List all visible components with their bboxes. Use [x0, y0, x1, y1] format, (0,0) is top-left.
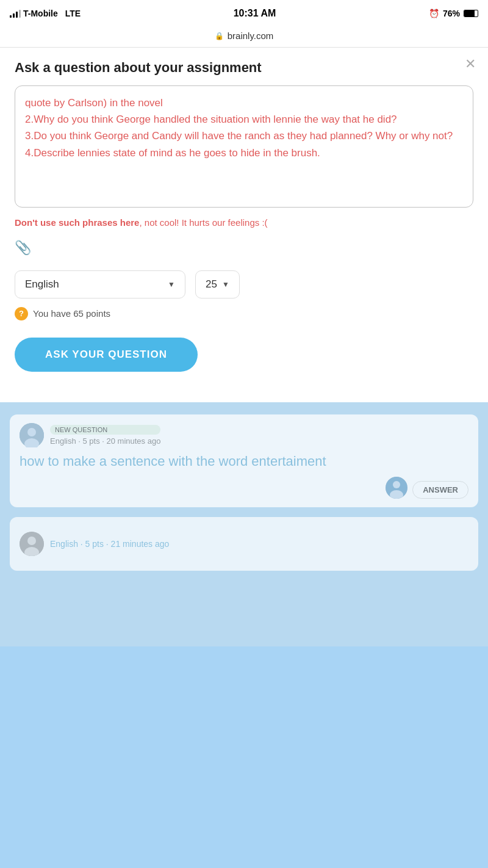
status-right: ⏰ 76%	[429, 9, 478, 18]
status-left: T-Mobile LTE	[10, 9, 81, 18]
warning-message: Don't use such phrases here, not cool! I…	[15, 216, 473, 230]
subject-points-row: English ▼ 25 ▼	[15, 270, 473, 298]
answer-button-1[interactable]: ANSWER	[412, 481, 468, 499]
warning-rest: , not cool! It hurts our feelings :(	[139, 217, 267, 228]
svg-point-4	[393, 481, 400, 488]
battery-percent: 76%	[443, 9, 460, 18]
feed-item-2-inner: English · 5 pts · 21 minutes ago	[20, 526, 468, 562]
subject-dropdown-arrow: ▼	[168, 280, 175, 289]
ask-question-modal: ✕ Ask a question about your assignment q…	[0, 48, 488, 402]
network-label: LTE	[65, 9, 81, 18]
question-input[interactable]: quote by Carlson) in the novel 2.Why do …	[15, 85, 473, 208]
feed-avatar-1	[20, 423, 44, 447]
attachment-icon[interactable]: 📎	[15, 240, 31, 256]
svg-point-7	[27, 537, 36, 545]
feed-item-1-header: NEW QUESTION English · 5 pts · 20 minute…	[20, 423, 468, 447]
points-badge-icon: ?	[15, 307, 28, 320]
warning-bold: Don't use such phrases here	[15, 217, 139, 228]
feed-subject-time-1: English · 5 pts · 20 minutes ago	[50, 436, 160, 446]
feed-item-2: English · 5 pts · 21 minutes ago	[10, 517, 478, 571]
time-label: 10:31 AM	[234, 8, 276, 19]
feed-subject-time-2: English · 5 pts · 21 minutes ago	[50, 539, 169, 549]
svg-point-1	[27, 428, 36, 436]
lock-icon: 🔒	[215, 32, 224, 40]
address-bar: 🔒 brainly.com	[0, 27, 488, 48]
points-dropdown-arrow: ▼	[222, 280, 229, 289]
ask-question-button[interactable]: ASK YOUR QUESTION	[15, 338, 198, 372]
status-bar: T-Mobile LTE 10:31 AM ⏰ 76%	[0, 0, 488, 27]
feed-badge-1: NEW QUESTION	[50, 425, 160, 435]
feed-item-1: NEW QUESTION English · 5 pts · 20 minute…	[10, 414, 478, 508]
subject-label: English	[25, 278, 163, 291]
carrier-label: T-Mobile	[23, 9, 58, 18]
feed-meta-1: NEW QUESTION English · 5 pts · 20 minute…	[50, 425, 160, 446]
url-label: brainly.com	[228, 31, 274, 41]
question-text: quote by Carlson) in the novel 2.Why do …	[25, 95, 463, 161]
points-info-row: ? You have 65 points	[15, 307, 473, 320]
close-button[interactable]: ✕	[465, 57, 476, 71]
signal-icon	[10, 9, 21, 18]
attachment-area: 📎	[15, 240, 473, 256]
battery-icon	[464, 10, 478, 17]
feed-area: NEW QUESTION English · 5 pts · 20 minute…	[0, 402, 488, 646]
alarm-icon: ⏰	[429, 9, 439, 18]
points-text: You have 65 points	[33, 308, 110, 319]
points-value: 25	[206, 278, 217, 291]
feed-question-1: how to make a sentence with the word ent…	[20, 452, 468, 471]
subject-select[interactable]: English ▼	[15, 270, 185, 298]
modal-title: Ask a question about your assignment	[15, 60, 473, 76]
points-select[interactable]: 25 ▼	[195, 270, 240, 298]
